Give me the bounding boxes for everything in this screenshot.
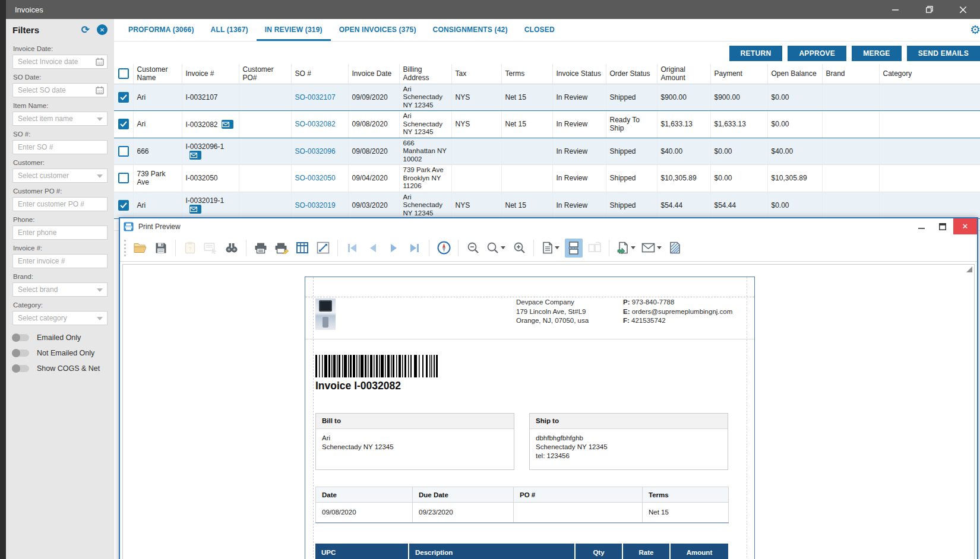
preview-canvas[interactable]: Devpace Company 179 Lincoln Ave, St#L9 O… — [122, 264, 975, 559]
zoom-out-icon[interactable] — [464, 239, 482, 258]
toggle-emailed-only[interactable]: Emailed Only — [12, 334, 108, 342]
export-icon[interactable] — [615, 239, 637, 258]
approve-button[interactable]: APPROVE — [788, 46, 846, 61]
cell-billing-address: 739 Park Ave Brooklyn NY 11206 — [399, 165, 451, 192]
brand-select[interactable] — [12, 282, 108, 297]
multiple-pages-view-icon[interactable] — [586, 239, 603, 258]
continuous-view-icon[interactable] — [565, 239, 583, 258]
row-checkbox[interactable] — [118, 92, 129, 103]
customer-select[interactable] — [12, 169, 108, 183]
select-all-checkbox[interactable] — [118, 68, 129, 79]
cell-invoice: I-0032107 — [182, 84, 239, 111]
phone-input[interactable] — [12, 225, 108, 240]
invoice-date-input[interactable] — [12, 55, 108, 69]
cell-category — [879, 84, 980, 111]
single-page-view-icon[interactable] — [539, 239, 562, 258]
tab-proforma[interactable]: PROFORMA (3066) — [120, 19, 203, 41]
so-link[interactable]: SO-0032050 — [295, 174, 336, 182]
row-checkbox[interactable] — [118, 173, 129, 183]
tab-all[interactable]: ALL (1367) — [203, 19, 257, 41]
zoom-icon[interactable] — [485, 239, 507, 258]
scale-icon[interactable] — [314, 239, 332, 258]
merge-button[interactable]: MERGE — [852, 46, 902, 61]
customer-po-input[interactable] — [12, 197, 108, 211]
preview-maximize-icon[interactable] — [932, 218, 953, 234]
app-titlebar: Invoices — [6, 0, 980, 19]
paste-icon[interactable]: ? — [181, 239, 199, 258]
toggle-switch[interactable] — [12, 350, 29, 357]
cell-customer: Ari — [133, 111, 182, 138]
email-icon[interactable] — [222, 120, 233, 129]
close-filters-icon[interactable]: ✕ — [97, 24, 108, 35]
save-icon[interactable] — [152, 239, 170, 258]
find-icon[interactable] — [223, 239, 241, 258]
print-preview-titlebar[interactable]: Print Preview ✕ — [120, 218, 977, 234]
cell-original-amount: $900.00 — [657, 84, 710, 111]
so-link[interactable]: SO-0032107 — [295, 93, 336, 101]
email-icon[interactable] — [189, 151, 201, 160]
cell-invoice-date: 09/09/2020 — [348, 84, 399, 111]
row-checkbox[interactable] — [118, 146, 129, 157]
so-date-input[interactable] — [12, 83, 108, 97]
cell-customer-po — [239, 192, 291, 219]
preview-minimize-icon[interactable] — [911, 218, 932, 234]
quick-print-icon[interactable] — [273, 239, 290, 258]
cell-invoice-status: In Review — [552, 192, 606, 219]
table-row[interactable]: 666 I-0032096-1 SO-0032096 09/08/2020 66… — [114, 138, 980, 165]
so-link[interactable]: SO-0032019 — [295, 201, 336, 209]
edit-page-icon[interactable] — [202, 239, 220, 258]
table-row[interactable]: Ari I-0032107 SO-0032107 09/09/2020 Ari … — [114, 84, 980, 111]
return-button[interactable]: RETURN — [729, 46, 783, 61]
invoice-barcode — [315, 355, 441, 377]
row-checkbox[interactable] — [118, 200, 129, 211]
table-row[interactable]: Ari I-0032082 SO-0032082 09/08/2020 Ari … — [114, 111, 980, 138]
print-icon[interactable] — [252, 239, 270, 258]
restore-icon[interactable] — [912, 0, 946, 19]
cell-original-amount: $54.44 — [657, 192, 710, 219]
zoom-in-icon[interactable] — [510, 239, 528, 258]
send-email-icon[interactable] — [640, 239, 663, 258]
send-emails-button[interactable]: SEND EMAILS — [907, 46, 980, 61]
first-page-icon[interactable] — [343, 239, 361, 258]
col-billing-address: Billing Address — [399, 64, 451, 84]
email-icon[interactable] — [189, 205, 201, 214]
toggle-switch[interactable] — [12, 334, 29, 341]
tab-open-invoices[interactable]: OPEN INVOICES (375) — [331, 19, 425, 41]
cell-terms: Net 15 — [501, 111, 552, 138]
row-checkbox[interactable] — [118, 119, 129, 129]
so-link[interactable]: SO-0032096 — [295, 147, 336, 155]
next-page-icon[interactable] — [385, 239, 403, 258]
cell-order-status: Shipped — [606, 84, 657, 111]
tab-consignments[interactable]: CONSIGNMENTS (42) — [425, 19, 516, 41]
preview-close-icon[interactable]: ✕ — [953, 218, 977, 234]
refresh-icon[interactable]: ⟳ — [81, 24, 90, 36]
last-page-icon[interactable] — [406, 239, 423, 258]
minimize-icon[interactable] — [878, 0, 912, 19]
navigator-icon[interactable] — [435, 239, 453, 258]
items-header-rate: Rate — [623, 544, 671, 559]
toggle-switch[interactable] — [12, 365, 29, 372]
close-icon[interactable] — [946, 0, 980, 19]
table-header-row: Customer Name Invoice # Customer PO# SO … — [114, 64, 980, 84]
tab-in-review[interactable]: IN REVIEW (319) — [257, 19, 331, 41]
so-number-input[interactable] — [12, 140, 108, 154]
filter-label: Category: — [13, 301, 107, 309]
cell-brand — [822, 192, 879, 219]
table-row[interactable]: Ari I-0032019-1 SO-0032019 09/03/2020 Ar… — [114, 192, 980, 219]
tab-closed[interactable]: CLOSED — [516, 19, 563, 41]
toggle-show-cogs-net[interactable]: Show COGS & Net — [12, 364, 108, 373]
open-icon[interactable] — [131, 239, 149, 258]
invoice-number-input[interactable] — [12, 254, 108, 268]
gear-icon[interactable]: ⚙ — [970, 23, 980, 37]
item-name-select[interactable] — [12, 112, 108, 126]
so-link[interactable]: SO-0032082 — [295, 120, 336, 128]
page-setup-icon[interactable] — [293, 239, 311, 258]
category-select[interactable] — [12, 311, 108, 325]
previous-page-icon[interactable] — [364, 239, 382, 258]
table-row[interactable]: 739 Park Ave I-0032050 SO-0032050 09/04/… — [114, 165, 980, 192]
toggle-not-emailed-only[interactable]: Not Emailed Only — [12, 349, 108, 357]
filters-header: Filters ⟳ ✕ — [6, 19, 114, 40]
window-title: Invoices — [6, 5, 43, 14]
watermark-icon[interactable] — [666, 239, 684, 258]
invoices-table: Customer Name Invoice # Customer PO# SO … — [114, 64, 980, 231]
